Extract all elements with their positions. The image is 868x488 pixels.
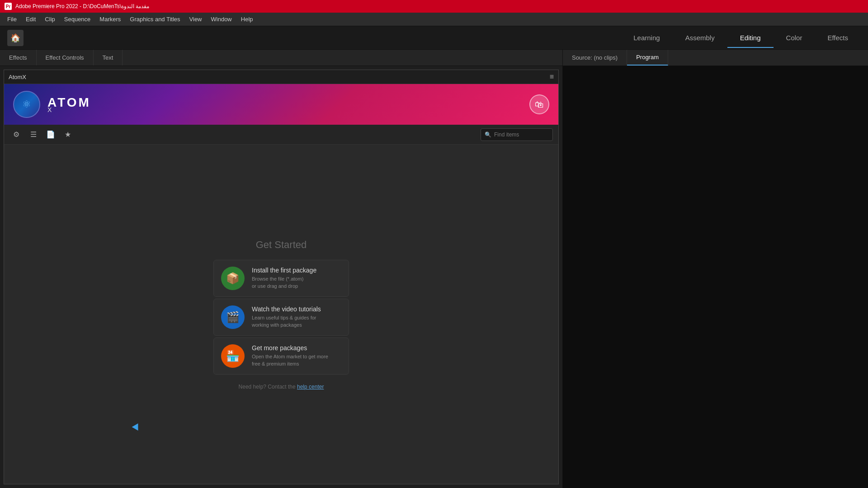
video-tutorials-text: Watch the video tutorials Learn useful t… (252, 305, 321, 328)
program-tab[interactable]: Program (627, 50, 668, 66)
atomx-file-button[interactable]: 📄 (44, 128, 57, 141)
menu-edit[interactable]: Edit (22, 14, 39, 24)
workspace-tab-effects[interactable]: Effects (815, 28, 861, 48)
atomx-header: AtomX ≡ (4, 70, 558, 84)
atomx-content: Get Started 📦 Install the first package … (4, 145, 558, 484)
atomx-list-button[interactable]: ☰ (27, 128, 40, 141)
atomx-logo-circle: ⚛ (13, 91, 40, 118)
search-placeholder: Find items (494, 131, 519, 138)
video-tutorials-icon: 🎬 (221, 305, 245, 329)
install-package-card[interactable]: 📦 Install the first package Browse the f… (213, 260, 349, 297)
tab-effects[interactable]: Effects (0, 50, 37, 66)
install-package-text: Install the first package Browse the fil… (252, 267, 316, 290)
video-tutorials-desc: Learn useful tips & guides forworking wi… (252, 314, 321, 328)
menu-sequence[interactable]: Sequence (61, 14, 94, 24)
get-packages-text: Get more packages Open the Atom market t… (252, 344, 328, 367)
right-panel: Source: (no clips) Program (563, 50, 868, 488)
menu-graphics-titles[interactable]: Graphics and Titles (126, 14, 184, 24)
atomx-toolbar: ⚙ ☰ 📄 ★ 🔍 Find items (4, 125, 558, 145)
help-text: Need help? Contact the help center (239, 384, 324, 390)
app-icon: Pr (5, 3, 12, 10)
get-started-title: Get Started (256, 239, 307, 251)
atomx-title: AtomX (9, 74, 26, 80)
left-panel: Effects Effect Controls Text AtomX ≡ ⚛ A… (0, 50, 563, 488)
menu-view[interactable]: View (186, 14, 206, 24)
workspace-tabs: Learning Assembly Editing Color Effects (621, 28, 861, 48)
cursor (132, 423, 142, 432)
get-packages-title: Get more packages (252, 344, 328, 352)
atomx-search-box[interactable]: 🔍 Find items (481, 128, 553, 141)
atomx-x-text: X (47, 106, 91, 113)
atomx-logo-text: ATOM X (47, 95, 91, 113)
install-package-icon: 📦 (221, 267, 245, 290)
atomx-menu-icon[interactable]: ≡ (550, 73, 554, 81)
home-button[interactable]: 🏠 (7, 30, 24, 46)
atomx-settings-button[interactable]: ⚙ (9, 128, 23, 141)
atomx-favorites-button[interactable]: ★ (61, 128, 75, 141)
get-packages-desc: Open the Atom market to get morefree & p… (252, 353, 328, 367)
tab-text[interactable]: Text (94, 50, 123, 66)
workspace-tab-color[interactable]: Color (774, 28, 815, 48)
menu-window[interactable]: Window (208, 14, 236, 24)
atomx-banner: ⚛ ATOM X 🛍 (4, 84, 558, 125)
source-tab[interactable]: Source: (no clips) (563, 50, 627, 66)
get-packages-card[interactable]: 🏪 Get more packages Open the Atom market… (213, 338, 349, 375)
video-tutorials-title: Watch the video tutorials (252, 305, 321, 313)
menu-help[interactable]: Help (237, 14, 257, 24)
atomx-cart-button[interactable]: 🛍 (529, 94, 549, 114)
install-package-desc: Browse the file (*.atom)or use drag and … (252, 276, 316, 290)
install-package-title: Install the first package (252, 267, 316, 274)
menu-file[interactable]: File (4, 14, 20, 24)
workspace-tab-editing[interactable]: Editing (727, 28, 774, 48)
workspace-tab-assembly[interactable]: Assembly (673, 28, 727, 48)
right-panel-tabs: Source: (no clips) Program (563, 50, 868, 66)
title-bar: Pr Adobe Premiere Pro 2022 - D:\DoCuMenT… (0, 0, 868, 13)
help-center-link[interactable]: help center (297, 384, 324, 390)
get-packages-icon: 🏪 (221, 344, 245, 368)
search-icon: 🔍 (485, 131, 491, 138)
right-panel-content (563, 66, 868, 488)
panel-tabs: Effects Effect Controls Text (0, 50, 562, 66)
workspace-bar: 🏠 Learning Assembly Editing Color Effect… (0, 26, 868, 50)
menu-markers[interactable]: Markers (96, 14, 124, 24)
workspace-tab-learning[interactable]: Learning (621, 28, 672, 48)
menu-bar: File Edit Clip Sequence Markers Graphics… (0, 13, 868, 26)
atomx-logo-icon: ⚛ (22, 99, 31, 110)
title-bar-text: Adobe Premiere Pro 2022 - D:\DoCuMenTs\م… (15, 3, 149, 9)
menu-clip[interactable]: Clip (41, 14, 58, 24)
tab-effect-controls[interactable]: Effect Controls (37, 50, 94, 66)
atomx-panel: AtomX ≡ ⚛ ATOM X 🛍 ⚙ ☰ 📄 ★ (4, 70, 559, 484)
main-layout: Effects Effect Controls Text AtomX ≡ ⚛ A… (0, 50, 868, 488)
video-tutorials-card[interactable]: 🎬 Watch the video tutorials Learn useful… (213, 299, 349, 336)
